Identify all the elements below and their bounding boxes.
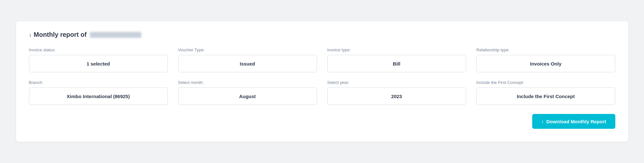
title-text: Monthly report of — [34, 31, 87, 38]
title-blurred — [90, 32, 141, 38]
label-relationship-type: Relationship type: — [476, 47, 615, 52]
filter-group-invoice-type: Invoice type: Bill — [327, 47, 466, 72]
dropdown-select-year[interactable]: 2023 — [327, 87, 466, 105]
filter-group-invoice-status: Invoice status: 1 selected — [29, 47, 168, 72]
download-btn-icon: ↓ — [541, 118, 544, 124]
dropdown-first-concept[interactable]: Include the First Concept — [476, 87, 615, 105]
filter-group-first-concept: Include the First Concept: Include the F… — [476, 80, 615, 105]
filter-group-select-year: Select year: 2023 — [327, 80, 466, 105]
dropdown-select-month[interactable]: August — [178, 87, 317, 105]
label-invoice-type: Invoice type: — [327, 47, 466, 52]
dropdown-relationship-type[interactable]: Invoices Only — [476, 55, 615, 72]
label-first-concept: Include the First Concept: — [476, 80, 615, 85]
dropdown-voucher-type[interactable]: Issued — [178, 55, 317, 72]
value-branch: Ximbo International (86925) — [67, 94, 130, 99]
value-first-concept: Include the First Concept — [517, 94, 575, 99]
dropdown-invoice-status[interactable]: 1 selected — [29, 55, 168, 72]
page-title-row: ↓ Monthly report of — [29, 31, 615, 38]
filters-grid: Invoice status: 1 selected Voucher Type:… — [29, 47, 615, 105]
filter-group-select-month: Select month: August — [178, 80, 317, 105]
download-monthly-report-button[interactable]: ↓ Download Monthly Report — [532, 114, 615, 129]
value-select-month: August — [239, 94, 256, 99]
download-btn-label: Download Monthly Report — [546, 119, 606, 124]
value-voucher-type: Issued — [240, 61, 255, 66]
value-relationship-type: Invoices Only — [530, 61, 562, 66]
filter-group-relationship-type: Relationship type: Invoices Only — [476, 47, 615, 72]
main-card: ↓ Monthly report of Invoice status: 1 se… — [16, 21, 628, 142]
bottom-row: ↓ Download Monthly Report — [29, 114, 615, 129]
page-container: ↓ Monthly report of Invoice status: 1 se… — [0, 0, 644, 163]
label-voucher-type: Voucher Type: — [178, 47, 317, 52]
value-invoice-status: 1 selected — [87, 61, 110, 66]
dropdown-branch[interactable]: Ximbo International (86925) — [29, 87, 168, 105]
download-icon-title: ↓ — [29, 31, 32, 38]
value-invoice-type: Bill — [393, 61, 400, 66]
value-select-year: 2023 — [391, 94, 402, 99]
page-title: ↓ Monthly report of — [29, 31, 141, 38]
filter-group-voucher-type: Voucher Type: Issued — [178, 47, 317, 72]
filter-group-branch: Branch: Ximbo International (86925) — [29, 80, 168, 105]
label-branch: Branch: — [29, 80, 168, 85]
label-select-year: Select year: — [327, 80, 466, 85]
label-select-month: Select month: — [178, 80, 317, 85]
dropdown-invoice-type[interactable]: Bill — [327, 55, 466, 72]
label-invoice-status: Invoice status: — [29, 47, 168, 52]
